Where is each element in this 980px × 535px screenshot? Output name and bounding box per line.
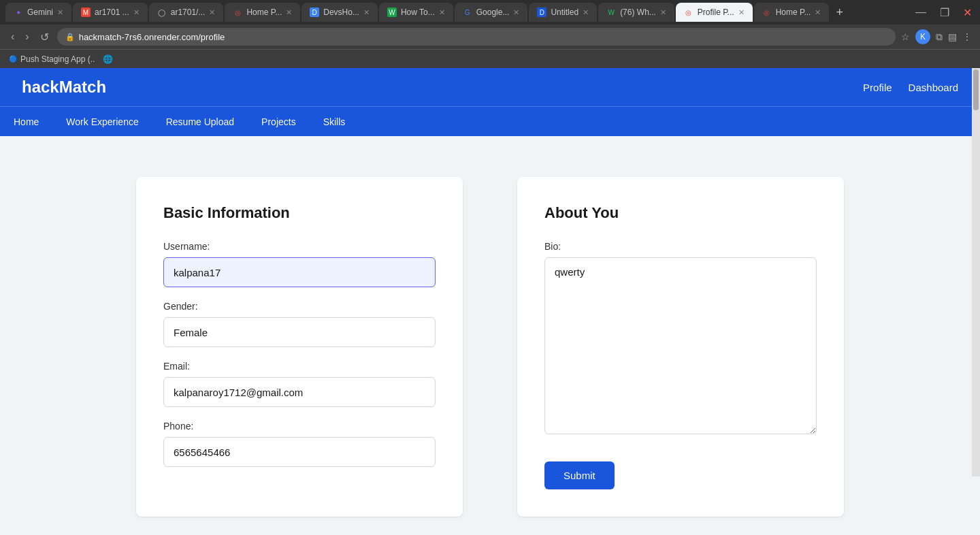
scrollbar-thumb[interactable] (973, 69, 979, 110)
lock-icon: 🔒 (65, 33, 75, 42)
email-input[interactable] (163, 377, 436, 407)
about-you-title: About You (544, 204, 817, 222)
about-you-section: About You Bio: qwerty Submit (517, 177, 844, 517)
email-group: Email: (163, 361, 436, 407)
new-tab-button[interactable]: + (830, 5, 849, 20)
minimize-button[interactable]: — (913, 5, 929, 20)
tab-home2[interactable]: ◎ Home P... ✕ (754, 3, 830, 22)
header-nav-dashboard[interactable]: Dashboard (909, 82, 958, 93)
menu-icon[interactable]: ⋮ (962, 31, 972, 42)
phone-group: Phone: (163, 421, 436, 467)
nav-projects[interactable]: Projects (248, 107, 310, 136)
maximize-button[interactable]: ❐ (937, 5, 952, 20)
basic-info-title: Basic Information (163, 204, 436, 222)
nav-resume-upload[interactable]: Resume Upload (152, 107, 248, 136)
site-header: hackMatch Profile Dashboard (0, 68, 980, 106)
back-button[interactable]: ‹ (8, 29, 17, 44)
nav-skills[interactable]: Skills (310, 107, 359, 136)
tab-devs[interactable]: D DevsHo... ✕ (301, 3, 378, 22)
tab-bar: ✦ Gemini ✕ M ar1701 ... ✕ ◯ ar1701/... ✕… (0, 0, 980, 25)
phone-input[interactable] (163, 437, 436, 467)
bio-label: Bio: (544, 241, 817, 252)
bookmarks-bar: 🔵 Push Staging App (.. 🌐 (0, 49, 980, 68)
nav-work-experience[interactable]: Work Experience (52, 107, 152, 136)
nav-home[interactable]: Home (0, 107, 52, 136)
tab-whatsapp[interactable]: W (76) Wh... ✕ (598, 3, 674, 22)
extensions-icon[interactable]: ⧉ (936, 31, 943, 43)
username-label: Username: (163, 241, 436, 252)
gender-label: Gender: (163, 301, 436, 312)
browser-window: ✦ Gemini ✕ M ar1701 ... ✕ ◯ ar1701/... ✕… (0, 0, 980, 68)
tab-howto[interactable]: W How To... ✕ (379, 3, 453, 22)
bookmark-star-icon[interactable]: ☆ (901, 31, 910, 42)
address-bar-row: ‹ › ↺ 🔒 hackmatch-7rs6.onrender.com/prof… (0, 25, 980, 49)
username-input[interactable] (163, 257, 436, 287)
basic-info-section: Basic Information Username: Gender: Emai… (136, 177, 463, 517)
bio-textarea[interactable]: qwerty (544, 257, 817, 434)
website: hackMatch Profile Dashboard Home Work Ex… (0, 68, 980, 535)
address-text: hackmatch-7rs6.onrender.com/profile (79, 32, 225, 42)
bio-group: Bio: qwerty (544, 241, 817, 437)
site-nav: Home Work Experience Resume Upload Proje… (0, 106, 980, 136)
header-nav-profile[interactable]: Profile (863, 82, 892, 93)
browser-actions: ☆ K ⧉ ▤ ⋮ (901, 29, 972, 44)
header-nav: Profile Dashboard (863, 82, 958, 93)
scrollbar[interactable] (972, 68, 980, 476)
tab-gemini[interactable]: ✦ Gemini ✕ (5, 3, 71, 22)
gender-group: Gender: (163, 301, 436, 347)
tab-gmail[interactable]: M ar1701 ... ✕ (73, 3, 148, 22)
reload-button[interactable]: ↺ (37, 29, 52, 45)
phone-label: Phone: (163, 421, 436, 432)
address-bar[interactable]: 🔒 hackmatch-7rs6.onrender.com/profile (57, 28, 896, 46)
forward-button[interactable]: › (22, 29, 31, 44)
tab-profile[interactable]: ◎ Profile P... ✕ (676, 3, 753, 22)
bookmark-push-staging[interactable]: 🔵 Push Staging App (.. (8, 54, 95, 64)
tab-google[interactable]: G Google... ✕ (455, 3, 528, 22)
bookmark-favicon: 🔵 (8, 54, 18, 64)
close-button[interactable]: ✕ (960, 5, 975, 20)
gender-input[interactable] (163, 317, 436, 347)
globe-icon: 🌐 (103, 54, 113, 64)
bookmark-globe[interactable]: 🌐 (103, 54, 113, 64)
submit-button[interactable]: Submit (544, 461, 615, 489)
username-group: Username: (163, 241, 436, 287)
page-content: Basic Information Username: Gender: Emai… (0, 136, 980, 535)
tab-home1[interactable]: ◎ Home P... ✕ (225, 3, 300, 22)
site-logo: hackMatch (22, 78, 106, 97)
email-label: Email: (163, 361, 436, 372)
tab-untitled[interactable]: D Untitled ✕ (529, 3, 597, 22)
sidebar-toggle-icon[interactable]: ▤ (948, 31, 957, 42)
bookmark-label: Push Staging App (.. (20, 54, 95, 64)
tab-github[interactable]: ◯ ar1701/... ✕ (149, 3, 224, 22)
profile-icon[interactable]: K (915, 29, 930, 44)
